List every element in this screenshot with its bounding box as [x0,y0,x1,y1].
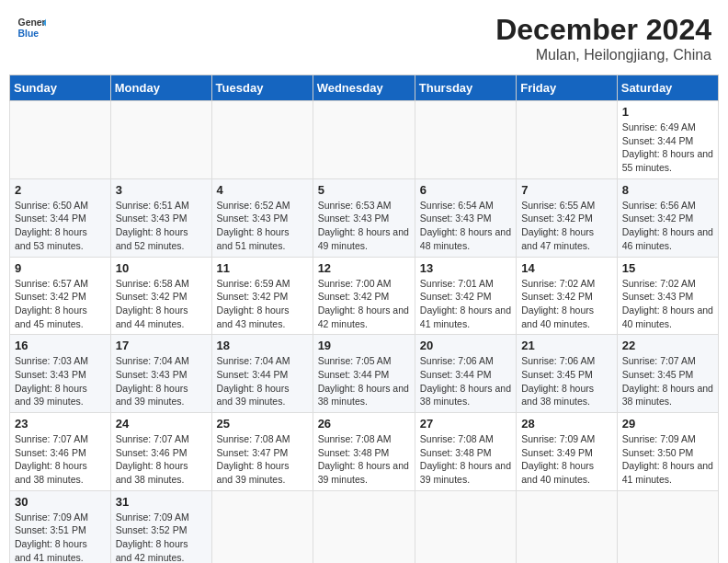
day-info: Sunrise: 6:57 AMSunset: 3:42 PMDaylight:… [15,277,106,331]
day-info: Sunrise: 7:08 AMSunset: 3:48 PMDaylight:… [318,432,410,487]
calendar-cell: 14Sunrise: 7:02 AMSunset: 3:42 PMDayligh… [517,257,618,335]
day-number: 30 [15,495,106,509]
calendar-cell: 23Sunrise: 7:07 AMSunset: 3:46 PMDayligh… [10,413,111,491]
day-number: 1 [622,105,713,119]
calendar-cell: 31Sunrise: 7:09 AMSunset: 3:52 PMDayligh… [110,490,211,563]
day-number: 23 [15,417,106,431]
day-number: 21 [521,339,612,352]
day-info: Sunrise: 7:07 AMSunset: 3:46 PMDaylight:… [116,432,207,487]
column-header-tuesday: Tuesday [211,75,313,101]
day-info: Sunrise: 6:50 AMSunset: 3:44 PMDaylight:… [15,199,106,253]
calendar-cell: 21Sunrise: 7:06 AMSunset: 3:45 PMDayligh… [517,335,618,413]
calendar-cell: 29Sunrise: 7:09 AMSunset: 3:50 PMDayligh… [617,413,718,491]
calendar-cell: 19Sunrise: 7:05 AMSunset: 3:44 PMDayligh… [313,335,415,413]
day-info: Sunrise: 7:06 AMSunset: 3:45 PMDaylight:… [521,354,612,408]
day-number: 25 [217,417,308,431]
column-header-wednesday: Wednesday [313,75,415,101]
title-block: December 2024 Mulan, Heilongjiang, China [495,13,711,63]
day-info: Sunrise: 6:54 AMSunset: 3:43 PMDaylight:… [420,199,511,253]
main-title: December 2024 [495,13,711,47]
calendar-cell: 2Sunrise: 6:50 AMSunset: 3:44 PMDaylight… [10,178,111,257]
day-number: 7 [521,183,612,197]
day-number: 17 [116,339,207,352]
calendar-cell [617,490,718,563]
calendar-cell [211,490,313,563]
logo: General Blue [17,13,46,42]
calendar-cell: 10Sunrise: 6:58 AMSunset: 3:42 PMDayligh… [110,257,211,335]
day-info: Sunrise: 7:08 AMSunset: 3:48 PMDaylight:… [420,432,511,487]
calendar-cell: 15Sunrise: 7:02 AMSunset: 3:43 PMDayligh… [617,257,718,335]
calendar-cell [415,101,516,179]
day-number: 15 [622,261,713,275]
day-number: 4 [217,183,308,197]
day-info: Sunrise: 7:04 AMSunset: 3:44 PMDaylight:… [217,354,308,408]
day-info: Sunrise: 7:02 AMSunset: 3:42 PMDaylight:… [521,277,612,331]
calendar-header-row: SundayMondayTuesdayWednesdayThursdayFrid… [10,75,719,101]
day-number: 24 [116,417,207,431]
day-info: Sunrise: 7:07 AMSunset: 3:45 PMDaylight:… [622,354,713,408]
svg-text:General: General [18,17,46,28]
calendar-cell: 17Sunrise: 7:04 AMSunset: 3:43 PMDayligh… [110,335,211,413]
day-number: 27 [420,417,511,431]
day-info: Sunrise: 7:00 AMSunset: 3:42 PMDaylight:… [318,277,410,331]
day-number: 18 [217,339,308,352]
day-number: 20 [420,339,511,352]
day-number: 22 [622,339,713,352]
calendar-cell: 27Sunrise: 7:08 AMSunset: 3:48 PMDayligh… [415,413,516,491]
day-info: Sunrise: 6:55 AMSunset: 3:42 PMDaylight:… [521,199,612,253]
day-info: Sunrise: 7:02 AMSunset: 3:43 PMDaylight:… [622,277,713,331]
calendar-cell: 6Sunrise: 6:54 AMSunset: 3:43 PMDaylight… [415,178,516,257]
column-header-thursday: Thursday [415,75,516,101]
calendar-table: SundayMondayTuesdayWednesdayThursdayFrid… [9,75,719,563]
day-info: Sunrise: 7:06 AMSunset: 3:44 PMDaylight:… [420,354,511,408]
calendar-cell: 26Sunrise: 7:08 AMSunset: 3:48 PMDayligh… [313,413,415,491]
day-info: Sunrise: 7:08 AMSunset: 3:47 PMDaylight:… [217,432,308,487]
day-number: 8 [622,183,713,197]
calendar-cell: 16Sunrise: 7:03 AMSunset: 3:43 PMDayligh… [10,335,111,413]
day-info: Sunrise: 7:09 AMSunset: 3:49 PMDaylight:… [521,432,612,487]
calendar-cell: 7Sunrise: 6:55 AMSunset: 3:42 PMDaylight… [517,178,618,257]
calendar-week-row: 30Sunrise: 7:09 AMSunset: 3:51 PMDayligh… [10,490,719,563]
calendar-cell [211,101,313,179]
column-header-saturday: Saturday [617,75,718,101]
calendar-cell: 5Sunrise: 6:53 AMSunset: 3:43 PMDaylight… [313,178,415,257]
calendar-cell [517,101,618,179]
day-info: Sunrise: 7:05 AMSunset: 3:44 PMDaylight:… [318,354,410,408]
day-info: Sunrise: 6:51 AMSunset: 3:43 PMDaylight:… [116,199,207,253]
day-number: 10 [116,261,207,275]
calendar-cell [10,101,111,179]
day-number: 11 [217,261,308,275]
day-info: Sunrise: 7:07 AMSunset: 3:46 PMDaylight:… [15,432,106,487]
day-number: 31 [116,495,207,509]
svg-text:Blue: Blue [18,29,40,39]
logo-icon: General Blue [17,13,46,42]
calendar-week-row: 9Sunrise: 6:57 AMSunset: 3:42 PMDaylight… [10,257,719,335]
calendar-cell: 28Sunrise: 7:09 AMSunset: 3:49 PMDayligh… [517,413,618,491]
subtitle: Mulan, Heilongjiang, China [495,47,711,63]
calendar-cell: 1Sunrise: 6:49 AMSunset: 3:44 PMDaylight… [617,101,718,179]
calendar-cell [313,490,415,563]
day-number: 26 [318,417,410,431]
page-header: General Blue December 2024 Mulan, Heilon… [9,9,719,67]
calendar-week-row: 1Sunrise: 6:49 AMSunset: 3:44 PMDaylight… [10,101,719,179]
day-number: 29 [622,417,713,431]
day-info: Sunrise: 7:09 AMSunset: 3:51 PMDaylight:… [15,511,106,563]
day-number: 3 [116,183,207,197]
calendar-cell: 24Sunrise: 7:07 AMSunset: 3:46 PMDayligh… [110,413,211,491]
day-info: Sunrise: 7:04 AMSunset: 3:43 PMDaylight:… [116,354,207,408]
calendar-cell [313,101,415,179]
calendar-cell [110,101,211,179]
calendar-cell: 12Sunrise: 7:00 AMSunset: 3:42 PMDayligh… [313,257,415,335]
calendar-cell [517,490,618,563]
calendar-cell: 18Sunrise: 7:04 AMSunset: 3:44 PMDayligh… [211,335,313,413]
calendar-cell: 9Sunrise: 6:57 AMSunset: 3:42 PMDaylight… [10,257,111,335]
day-info: Sunrise: 7:03 AMSunset: 3:43 PMDaylight:… [15,354,106,408]
column-header-monday: Monday [110,75,211,101]
calendar-cell: 13Sunrise: 7:01 AMSunset: 3:42 PMDayligh… [415,257,516,335]
calendar-cell: 4Sunrise: 6:52 AMSunset: 3:43 PMDaylight… [211,178,313,257]
day-number: 12 [318,261,410,275]
calendar-cell: 3Sunrise: 6:51 AMSunset: 3:43 PMDaylight… [110,178,211,257]
day-info: Sunrise: 6:53 AMSunset: 3:43 PMDaylight:… [318,199,410,253]
calendar-cell: 11Sunrise: 6:59 AMSunset: 3:42 PMDayligh… [211,257,313,335]
day-info: Sunrise: 6:52 AMSunset: 3:43 PMDaylight:… [217,199,308,253]
